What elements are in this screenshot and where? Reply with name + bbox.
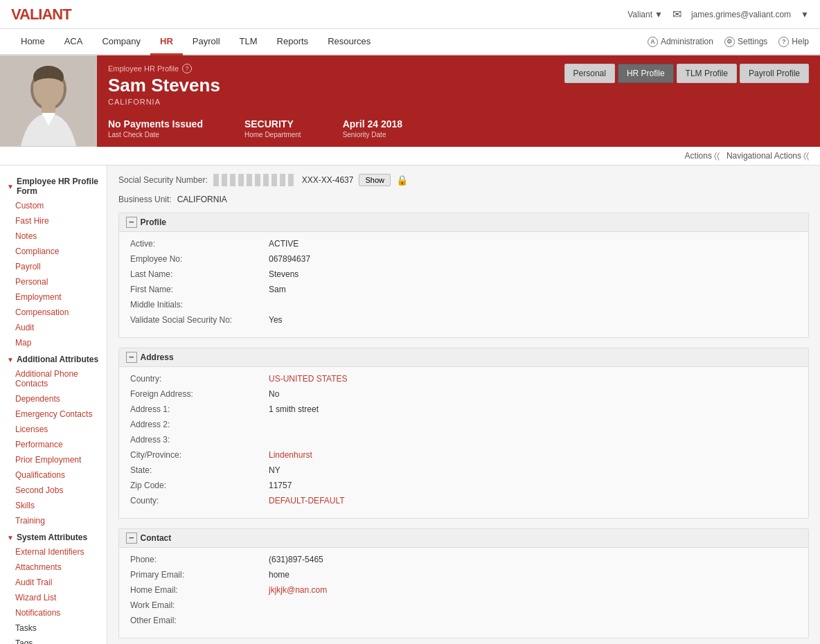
address-collapse-btn[interactable]: − — [126, 352, 137, 363]
show-ssn-button[interactable]: Show — [359, 174, 391, 186]
message-icon[interactable]: ✉ — [672, 8, 681, 21]
tab-payroll-profile[interactable]: Payroll Profile — [740, 64, 809, 83]
nav-help[interactable]: ? Help — [778, 37, 809, 47]
sidebar-item-notes[interactable]: Notes — [0, 229, 107, 244]
field-home-email: Home Email: jkjkjk@nan.com — [130, 585, 797, 595]
company-name: Valiant — [627, 10, 652, 19]
sidebar-item-compensation[interactable]: Compensation — [0, 305, 107, 320]
nav-hr[interactable]: HR — [150, 29, 183, 55]
seniority-label: Seniority Date — [343, 131, 402, 138]
sidebar-item-custom[interactable]: Custom — [0, 198, 107, 213]
nav-company[interactable]: Company — [92, 29, 150, 55]
nav-home[interactable]: Home — [11, 29, 55, 55]
top-bar-right: Valiant ▼ ✉ james.grimes@valiant.com ▼ — [627, 8, 809, 21]
sidebar-item-tasks[interactable]: Tasks — [0, 620, 107, 636]
sidebar-item-audit[interactable]: Audit — [0, 320, 107, 335]
contact-section: − Contact Phone: (631)897-5465 Primary E… — [118, 528, 809, 638]
nav-reports[interactable]: Reports — [267, 29, 319, 55]
business-unit-row: Business Unit: CALIFORNIA — [118, 195, 809, 204]
first-name-label: First Name: — [130, 285, 269, 294]
lock-icon: 🔒 — [396, 175, 408, 186]
top-bar: VALIANT Valiant ▼ ✉ james.grimes@valiant… — [0, 0, 820, 29]
nav-resources[interactable]: Resources — [318, 29, 380, 55]
sidebar-item-wizard-list[interactable]: Wizard List — [0, 590, 107, 605]
section2-header: Additional Attributes — [17, 355, 98, 364]
ssn-row: Social Security Number: XXX-XX-4637 Show… — [118, 174, 809, 186]
sidebar-item-phone-contacts[interactable]: Additional Phone Contacts — [0, 366, 107, 391]
employee-state: CALIFORNIA — [108, 98, 809, 106]
primary-email-label: Primary Email: — [130, 570, 269, 580]
user-email[interactable]: james.grimes@valiant.com — [691, 10, 791, 19]
sidebar-section-additional[interactable]: ▼ Additional Attributes — [0, 350, 107, 366]
primary-email-value: home — [269, 570, 797, 580]
ssn-label: Social Security Number: — [118, 175, 208, 185]
profile-tabs: Personal HR Profile TLM Profile Payroll … — [564, 64, 809, 83]
country-value[interactable]: US-UNITED STATES — [269, 374, 797, 384]
seniority-stat: April 24 2018 Seniority Date — [343, 118, 402, 138]
emp-no-label: Employee No: — [130, 254, 269, 264]
nav-payroll[interactable]: Payroll — [183, 29, 230, 55]
admin-label: Administration — [661, 37, 713, 46]
field-work-email: Work Email: — [130, 600, 797, 610]
sidebar-item-prior-employment[interactable]: Prior Employment — [0, 452, 107, 467]
sidebar-item-notifications[interactable]: Notifications — [0, 605, 107, 620]
contact-section-header: − Contact — [119, 529, 808, 548]
sidebar-item-second-jobs[interactable]: Second Jobs — [0, 483, 107, 498]
email-dropdown-arrow[interactable]: ▼ — [801, 10, 809, 19]
sidebar-item-audit-trail[interactable]: Audit Trail — [0, 575, 107, 590]
sidebar-item-performance[interactable]: Performance — [0, 437, 107, 452]
nav-tlm[interactable]: TLM — [230, 29, 267, 55]
sidebar-item-payroll[interactable]: Payroll — [0, 259, 107, 274]
sidebar-item-licenses[interactable]: Licenses — [0, 422, 107, 437]
city-value[interactable]: Lindenhurst — [269, 450, 797, 460]
sidebar-item-tags[interactable]: Tags — [0, 636, 107, 644]
sidebar-item-map[interactable]: Map — [0, 335, 107, 350]
sidebar-item-attachments[interactable]: Attachments — [0, 560, 107, 575]
sidebar-item-dependents[interactable]: Dependents — [0, 391, 107, 406]
sidebar-section-system[interactable]: ▼ System Attributes — [0, 528, 107, 544]
sidebar-section-profile-form[interactable]: ▼ Employee HR Profile Form — [0, 172, 107, 198]
sidebar-item-personal[interactable]: Personal — [0, 274, 107, 289]
sidebar-item-emergency[interactable]: Emergency Contacts — [0, 406, 107, 422]
state-value: NY — [269, 465, 797, 475]
address-section: − Address Country: US-UNITED STATES Fore… — [118, 348, 809, 519]
sidebar-item-skills[interactable]: Skills — [0, 498, 107, 513]
other-email-label: Other Email: — [130, 616, 269, 625]
field-zip: Zip Code: 11757 — [130, 481, 797, 490]
contact-collapse-btn[interactable]: − — [126, 533, 137, 544]
profile-section-body: Active: ACTIVE Employee No: 067894637 La… — [119, 232, 808, 337]
tab-tlm-profile[interactable]: TLM Profile — [677, 64, 737, 83]
foreign-address-label: Foreign Address: — [130, 389, 269, 399]
actions-button[interactable]: Actions 〈〈 — [685, 151, 720, 161]
nav-aca[interactable]: ACA — [55, 29, 93, 55]
sidebar-item-fast-hire[interactable]: Fast Hire — [0, 213, 107, 229]
field-state: State: NY — [130, 465, 797, 475]
nav-administration[interactable]: A Administration — [648, 37, 713, 47]
county-value[interactable]: DEFAULT-DEFAULT — [269, 496, 797, 506]
ssn-value: XXX-XX-4637 — [302, 175, 354, 185]
sidebar-item-training[interactable]: Training — [0, 513, 107, 528]
company-dropdown[interactable]: Valiant ▼ — [627, 10, 663, 19]
sidebar-item-external-ids[interactable]: External Identifiers — [0, 544, 107, 560]
section1-header: Employee HR Profile Form — [17, 177, 100, 196]
tab-hr-profile[interactable]: HR Profile — [618, 64, 674, 83]
field-address2: Address 2: — [130, 420, 797, 429]
zip-value: 11757 — [269, 481, 797, 490]
main-content: ▼ Employee HR Profile Form Custom Fast H… — [0, 166, 820, 644]
profile-collapse-btn[interactable]: − — [126, 217, 137, 228]
business-unit-value: CALIFORNIA — [177, 195, 227, 204]
field-other-email: Other Email: — [130, 616, 797, 625]
sidebar-item-compliance[interactable]: Compliance — [0, 244, 107, 259]
home-email-value[interactable]: jkjkjk@nan.com — [269, 585, 797, 595]
sidebar-item-qualifications[interactable]: Qualifications — [0, 467, 107, 483]
sidebar: ▼ Employee HR Profile Form Custom Fast H… — [0, 166, 107, 644]
settings-icon: ⚙ — [724, 37, 735, 47]
section1-arrow: ▼ — [7, 183, 14, 190]
help-icon: ? — [778, 37, 789, 47]
address-section-title: Address — [141, 352, 174, 362]
tab-personal[interactable]: Personal — [564, 64, 615, 83]
dropdown-arrow: ▼ — [654, 10, 663, 19]
navigational-actions-button[interactable]: Navigational Actions 〈〈 — [727, 151, 809, 161]
nav-settings[interactable]: ⚙ Settings — [724, 37, 767, 47]
sidebar-item-employment[interactable]: Employment — [0, 289, 107, 305]
